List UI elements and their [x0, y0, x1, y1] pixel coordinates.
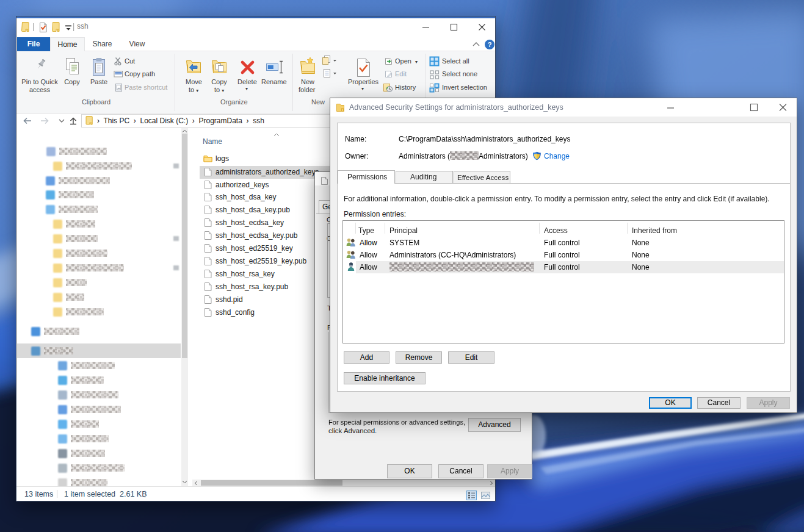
svg-text:?: ? [488, 41, 492, 48]
